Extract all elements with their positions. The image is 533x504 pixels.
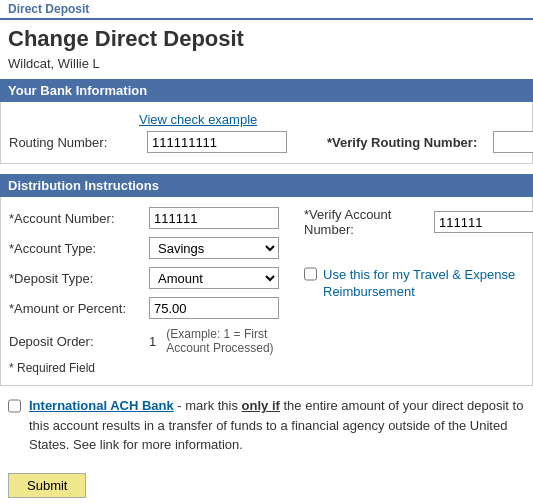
breadcrumb: Direct Deposit — [8, 2, 89, 16]
deposit-order-value: 1 — [149, 334, 156, 349]
routing-number-input[interactable] — [147, 131, 287, 153]
account-number-label: *Account Number: — [9, 211, 149, 226]
ach-text-block: International ACH Bank - mark this only … — [29, 396, 525, 455]
ach-section: International ACH Bank - mark this only … — [8, 396, 525, 455]
ach-only-if: only if — [242, 398, 280, 413]
travel-expense-label: Use this for my Travel & Expense Reimbur… — [323, 267, 533, 301]
verify-account-label: *Verify Account Number: — [304, 207, 434, 237]
verify-routing-input[interactable] — [493, 131, 533, 153]
travel-expense-checkbox[interactable] — [304, 267, 317, 281]
bank-section-header: Your Bank Information — [0, 79, 533, 102]
account-type-label: *Account Type: — [9, 241, 149, 256]
view-check-example-link[interactable]: View check example — [139, 112, 524, 127]
account-number-input[interactable] — [149, 207, 279, 229]
page-header-bar: Direct Deposit — [0, 0, 533, 20]
verify-account-input[interactable] — [434, 211, 533, 233]
subtitle: Wildcat, Willie L — [0, 54, 533, 79]
ach-text-before: - mark this — [174, 398, 242, 413]
page-title: Change Direct Deposit — [0, 20, 533, 54]
amount-input[interactable] — [149, 297, 279, 319]
deposit-type-label: *Deposit Type: — [9, 271, 149, 286]
amount-label: *Amount or Percent: — [9, 301, 149, 316]
account-type-select[interactable]: Savings Checking — [149, 237, 279, 259]
deposit-order-label: Deposit Order: — [9, 334, 149, 349]
verify-routing-label: *Verify Routing Number: — [327, 135, 477, 150]
deposit-type-select[interactable]: Amount Percent Remaining — [149, 267, 279, 289]
required-note: * Required Field — [9, 361, 279, 375]
distribution-section-header: Distribution Instructions — [0, 174, 533, 197]
submit-button[interactable]: Submit — [8, 473, 86, 498]
ach-bank-link[interactable]: International ACH Bank — [29, 398, 174, 413]
ach-checkbox[interactable] — [8, 399, 21, 413]
deposit-order-example: (Example: 1 = First Account Processed) — [166, 327, 279, 355]
routing-number-label: Routing Number: — [9, 135, 139, 150]
